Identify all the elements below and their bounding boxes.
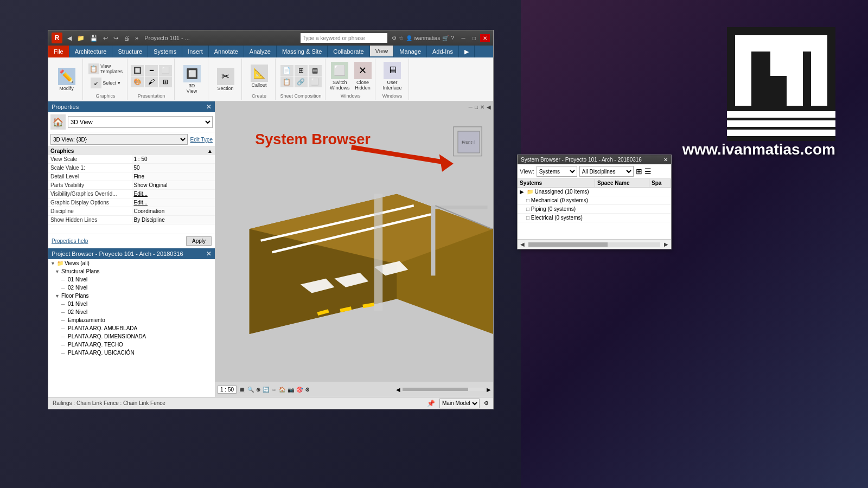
prop-type-dropdown[interactable]: 3D View xyxy=(68,116,213,128)
title-help-btn[interactable]: ? xyxy=(451,35,454,41)
tab-structure[interactable]: Structure xyxy=(112,46,148,57)
nav-save-btn[interactable]: 💾 xyxy=(88,35,99,42)
vp-tool-2[interactable]: 🔍 xyxy=(247,387,254,393)
sys-nav-next[interactable]: ▶ xyxy=(662,241,670,248)
prop-value-parts[interactable]: Show Original xyxy=(132,181,215,190)
view-cube[interactable]: Front xyxy=(455,129,482,156)
title-cart-btn[interactable]: 🛒 xyxy=(442,35,449,41)
sheet-btn-3[interactable]: ▤ xyxy=(309,65,322,76)
nav-more-btn[interactable]: » xyxy=(133,35,140,41)
prop-value-vis[interactable]: Edit... xyxy=(132,190,215,198)
select-icon[interactable]: ↙ Select ▾ xyxy=(90,76,122,89)
tree-structural-plans[interactable]: ▼ Structural Plans xyxy=(48,267,215,275)
close-button[interactable]: ✕ xyxy=(480,34,490,42)
section-icon[interactable]: ✂ Section xyxy=(216,67,235,92)
title-user-btn[interactable]: 👤 xyxy=(406,35,412,41)
tab-architecture[interactable]: Architecture xyxy=(69,46,113,57)
switch-windows-icon[interactable]: ⬜ SwitchWindows xyxy=(329,61,351,92)
tree-fp-techo[interactable]: ─ PLANTA ARQ. TECHO xyxy=(48,341,215,349)
vp-tool-7[interactable]: 📷 xyxy=(288,387,294,393)
properties-scroll[interactable]: View Scale 1 : 50 Scale Value 1: 50 Deta… xyxy=(48,155,215,234)
sys-icon-1[interactable]: ⊞ xyxy=(636,167,642,176)
tree-views-all[interactable]: ▼ 📁 Views (all) xyxy=(48,259,215,267)
sheet-btn-1[interactable]: 📄 xyxy=(280,65,293,76)
sys-discipline-dropdown[interactable]: All Disciplines xyxy=(579,166,634,177)
status-model-dropdown[interactable]: Main Model xyxy=(439,399,480,408)
tree-sp-02[interactable]: ─ 02 Nivel xyxy=(48,284,215,292)
scale-display[interactable]: 1 : 50 xyxy=(218,386,237,394)
tab-systems[interactable]: Systems xyxy=(148,46,182,57)
graphics-section-header[interactable]: Graphics ▲ xyxy=(48,147,215,155)
prop-value-discipline[interactable]: Coordination xyxy=(132,207,215,216)
prop-value-detail[interactable]: Fine xyxy=(132,172,215,181)
graphics-btn-5[interactable]: 🖌 xyxy=(145,76,158,87)
tab-massing[interactable]: Massing & Site xyxy=(277,46,328,57)
nav-print-btn[interactable]: 🖨 xyxy=(122,35,131,41)
sheet-btn-4[interactable]: 📋 xyxy=(280,76,293,87)
nav-back-btn[interactable]: ◀ xyxy=(66,35,73,42)
vp-tool-6[interactable]: 🏠 xyxy=(279,387,285,393)
title-icon-btn[interactable]: ⚙ xyxy=(392,35,397,41)
sheet-btn-6[interactable]: ⬜ xyxy=(309,76,322,87)
edit-type-btn[interactable]: Edit Type xyxy=(190,137,213,143)
tab-collaborate[interactable]: Collaborate xyxy=(328,46,369,57)
user-interface-icon[interactable]: 🖥 UserInterface xyxy=(382,61,403,92)
nav-redo-btn[interactable]: ↪ xyxy=(112,35,120,42)
tab-more[interactable]: ▶ xyxy=(459,46,475,57)
sys-browser-close-btn[interactable]: ✕ xyxy=(663,157,668,163)
sys-row-unassigned[interactable]: ▶ 📁 Unassigned (10 items) xyxy=(518,188,671,196)
sys-nav-prev[interactable]: ◀ xyxy=(519,241,526,248)
tree-sp-01[interactable]: ─ 01 Nivel xyxy=(48,275,215,284)
sheet-btn-2[interactable]: ⊞ xyxy=(295,65,308,76)
vp-minimize-btn[interactable]: ─ xyxy=(469,104,473,110)
vp-nav-left[interactable]: ◀ xyxy=(396,387,400,393)
tree-fp-emplazamiento[interactable]: ─ Emplazamiento xyxy=(48,316,215,324)
sys-scroll-track[interactable] xyxy=(528,242,660,247)
tree-fp-ubicacion[interactable]: ─ PLANTA ARQ. UBICACIÓN xyxy=(48,349,215,357)
vp-tool-5[interactable]: ↔ xyxy=(271,387,277,393)
vp-expand-btn[interactable]: ◀ xyxy=(487,104,491,110)
project-browser-close-btn[interactable]: ✕ xyxy=(206,250,212,258)
tree-fp-01[interactable]: ─ 01 Nivel xyxy=(48,300,215,308)
vp-scrollbar-track[interactable] xyxy=(403,388,484,391)
prop-value-hidden[interactable]: By Discipline xyxy=(132,216,215,224)
vp-close-btn[interactable]: ✕ xyxy=(480,104,484,110)
vp-tool-4[interactable]: 🔄 xyxy=(263,387,269,393)
vp-restore-btn[interactable]: □ xyxy=(475,104,478,110)
title-star-btn[interactable]: ☆ xyxy=(399,35,404,41)
sys-view-dropdown[interactable]: Systems xyxy=(537,166,577,177)
tab-add-ins[interactable]: Add-Ins xyxy=(427,46,459,57)
tab-file[interactable]: File xyxy=(48,46,69,57)
sys-row-mechanical[interactable]: □ Mechanical (0 systems) xyxy=(518,196,671,205)
callout-icon[interactable]: 📐 Callout xyxy=(250,63,269,89)
3d-view-icon[interactable]: 🔲 3DView xyxy=(182,64,202,95)
modify-icon[interactable]: ✏️ Modify xyxy=(57,67,76,92)
prop-value-scale-value[interactable]: 50 xyxy=(132,164,215,172)
graphics-btn-3[interactable]: ⬜ xyxy=(159,65,172,76)
search-input[interactable] xyxy=(301,33,387,43)
viewport[interactable]: ─ □ ✕ ◀ System Browser xyxy=(215,101,493,397)
vp-tool-8[interactable]: 🎯 xyxy=(296,387,303,393)
close-hidden-icon[interactable]: ✕ CloseHidden xyxy=(353,61,373,92)
tab-view[interactable]: View xyxy=(370,46,394,57)
graphics-btn-4[interactable]: 🎨 xyxy=(131,76,144,87)
properties-close-btn[interactable]: ✕ xyxy=(206,103,212,111)
properties-help-link[interactable]: Properties help xyxy=(52,238,88,244)
nav-undo-btn[interactable]: ↩ xyxy=(101,35,110,42)
vp-tool-1[interactable]: 🔳 xyxy=(239,387,245,393)
project-browser-scroll[interactable]: ▼ 📁 Views (all) ▼ Structural Plans ─ 01 … xyxy=(48,259,215,397)
vp-nav-right[interactable]: ▶ xyxy=(487,387,491,393)
vp-tool-9[interactable]: ⚙ xyxy=(305,387,310,393)
tree-fp-amueblada[interactable]: ─ PLANTA ARQ. AMUEBLADA xyxy=(48,324,215,332)
tree-fp-02[interactable]: ─ 02 Nivel xyxy=(48,308,215,316)
prop-value-view-scale[interactable]: 1 : 50 xyxy=(132,155,215,164)
minimize-button[interactable]: ─ xyxy=(458,34,468,42)
sheet-btn-5[interactable]: 🔗 xyxy=(295,76,308,87)
sys-icon-2[interactable]: ☰ xyxy=(644,167,652,176)
sys-row-piping[interactable]: □ Piping (0 systems) xyxy=(518,205,671,214)
tree-fp-dimensionada[interactable]: ─ PLANTA ARQ. DIMENSIONADA xyxy=(48,332,215,341)
tab-manage[interactable]: Manage xyxy=(394,46,427,57)
prop-value-graphic[interactable]: Edit... xyxy=(132,198,215,207)
tab-insert[interactable]: Insert xyxy=(182,46,209,57)
tab-analyze[interactable]: Analyze xyxy=(244,46,277,57)
